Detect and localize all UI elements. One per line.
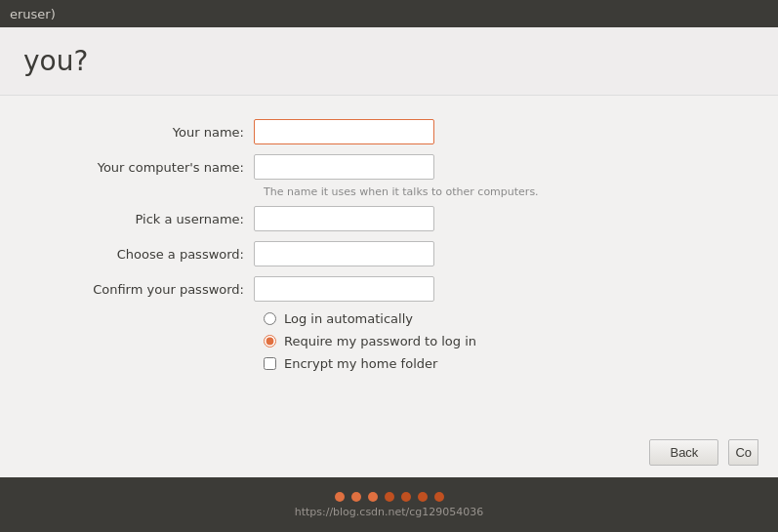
main-area: Your name: Your computer's name: The nam… <box>0 96 778 477</box>
your-name-input[interactable] <box>254 119 434 144</box>
checkbox-encrypt-label: Encrypt my home folder <box>284 356 437 371</box>
password-row: Choose a password: <box>39 241 739 266</box>
progress-dot-3 <box>385 492 394 502</box>
checkbox-encrypt-row: Encrypt my home folder <box>264 356 739 371</box>
form-area: Your name: Your computer's name: The nam… <box>0 96 778 428</box>
back-button[interactable]: Back <box>649 439 718 466</box>
button-area: Back Co <box>0 428 778 477</box>
progress-dot-5 <box>418 492 428 502</box>
your-name-label: Your name: <box>39 125 254 140</box>
progress-dot-2 <box>368 492 378 502</box>
dots-row <box>335 492 444 502</box>
confirm-password-input[interactable] <box>254 276 434 302</box>
radio-require-password[interactable] <box>264 335 276 348</box>
computer-name-input[interactable] <box>254 154 434 180</box>
top-bar-text: eruser) <box>10 7 56 21</box>
confirm-password-row: Confirm your password: <box>39 276 739 302</box>
password-label: Choose a password: <box>39 247 254 262</box>
title-section: you? <box>0 27 778 96</box>
password-input[interactable] <box>254 241 434 266</box>
radio-password-row: Require my password to log in <box>264 334 739 348</box>
confirm-password-label: Confirm your password: <box>39 282 254 297</box>
computer-name-row: Your computer's name: <box>39 154 739 180</box>
your-name-row: Your name: <box>39 119 739 144</box>
radio-login-auto[interactable] <box>264 312 276 325</box>
progress-dot-4 <box>401 492 411 502</box>
page-title: you? <box>23 45 755 77</box>
username-label: Pick a username: <box>39 212 254 226</box>
radio-section: Log in automatically Require my password… <box>264 311 739 371</box>
radio-auto-label: Log in automatically <box>284 311 413 326</box>
continue-button[interactable]: Co <box>728 439 758 466</box>
progress-dot-6 <box>434 492 444 502</box>
bottom-bar: https://blog.csdn.net/cg129054036 <box>0 477 778 532</box>
progress-dot-1 <box>351 492 361 502</box>
progress-dot-0 <box>335 492 345 502</box>
url-text: https://blog.csdn.net/cg129054036 <box>295 506 484 518</box>
username-input[interactable] <box>254 206 434 231</box>
radio-auto-row: Log in automatically <box>264 311 739 326</box>
computer-name-label: Your computer's name: <box>39 160 254 175</box>
username-row: Pick a username: <box>39 206 739 231</box>
checkbox-encrypt[interactable] <box>264 357 276 370</box>
radio-password-label: Require my password to log in <box>284 334 476 348</box>
top-bar: eruser) <box>0 0 778 27</box>
computer-name-hint: The name it uses when it talks to other … <box>264 185 739 198</box>
